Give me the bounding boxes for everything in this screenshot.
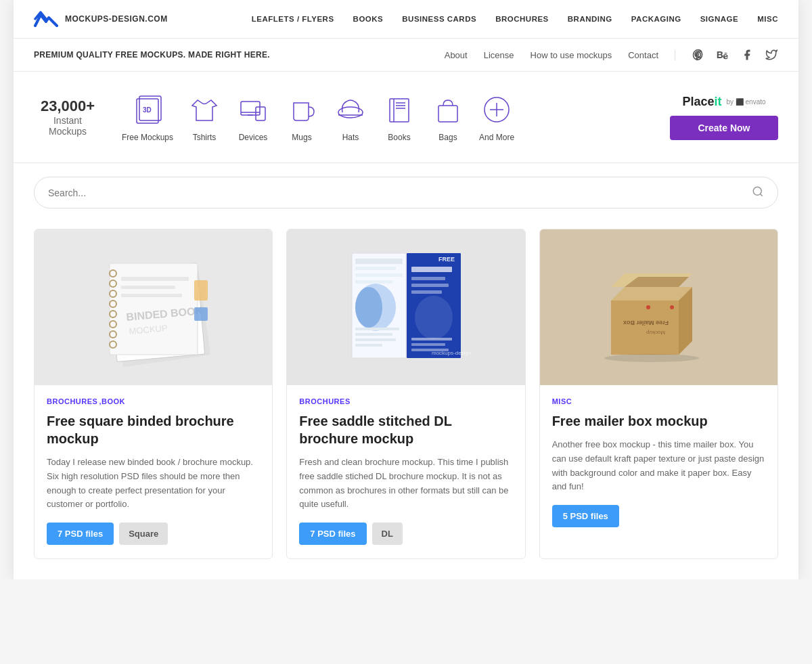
svg-point-67 [670,305,674,309]
logo-area[interactable]: MOCKUPS-DESIGN.COM [34,9,168,28]
svg-text:mockups-design: mockups-design [432,350,471,356]
card-3-desc: Another free box mockup - this time mail… [552,438,765,494]
behance-icon[interactable] [716,48,729,62]
svg-rect-38 [355,259,403,264]
icon-label-books: Books [388,133,410,142]
card-1-tag-1[interactable]: BROCHURES [47,397,97,405]
svg-marker-59 [611,287,692,301]
placeit-box: Placeit by ⬛ envato Create Now [670,95,778,140]
pinterest-icon[interactable] [692,48,705,62]
nav-misc[interactable]: MISC [757,15,778,23]
card-3-title: Free mailer box mockup [552,412,765,430]
svg-rect-30 [121,277,189,281]
svg-text:Free Mailer Box: Free Mailer Box [623,319,669,326]
icon-label-hats: Hats [342,133,359,142]
icon-label-mugs: Mugs [292,133,311,142]
svg-rect-39 [355,267,396,270]
icon-label-bags: Bags [438,133,457,142]
secondary-header: PREMIUM QUALITY FREE MOCKUPS. MADE RIGHT… [14,39,798,72]
icon-devices[interactable]: Devices [235,92,271,142]
mockup-icon-list: 3D Free Mockups Tshirts Devices [122,92,670,142]
icon-label-free-mockups: Free Mockups [122,133,173,142]
main-navigation: LEAFLETS / FLYERS BOOKS BUSINESS CARDS B… [252,15,778,23]
main-header: MOCKUPS-DESIGN.COM LEAFLETS / FLYERS BOO… [14,0,798,39]
icon-books[interactable]: Books [382,92,417,142]
card-2-title: Free saddle stitched DL brochure mockup [299,412,512,447]
brochure-illustration: FREE mockups-design [332,240,480,375]
secondary-navigation: About License How to use mockups Contact [445,50,675,60]
svg-rect-46 [355,338,396,341]
card-2-tag-1[interactable]: BROCHURES [299,397,350,405]
card-1: BINDED BOOK MOCKUP BROCHURES BOOK Free s… [34,229,273,559]
instant-mockups-counter: 23,000+ Instant Mockups [34,97,102,137]
card-1-buttons: 7 PSD files Square [47,523,260,545]
card-3-tags: MISC [552,397,765,405]
icon-tshirts[interactable]: Tshirts [187,92,222,142]
card-1-title: Free square binded brochure mockup [47,412,260,447]
nav-signage[interactable]: SIGNAGE [700,15,739,23]
search-box [34,177,778,208]
card-2-btn-psd[interactable]: 7 PSD files [299,523,366,545]
svg-rect-55 [411,343,445,346]
mockups-label-instant: Instant [34,115,102,126]
card-2-tags: BROCHURES [299,397,512,405]
search-input[interactable] [48,187,752,198]
card-3: Free Mailer Box Mockup MISC Free mailer … [539,229,778,559]
svg-rect-45 [355,333,392,336]
svg-text:Mockup: Mockup [646,330,666,336]
logo-text: MOCKUPS-DESIGN.COM [65,14,168,24]
icon-hats[interactable]: Hats [333,92,368,142]
nav-leaflets[interactable]: LEAFLETS / FLYERS [252,15,334,23]
card-1-tag-2[interactable]: BOOK [103,397,125,405]
card-1-btn-format[interactable]: Square [119,523,168,545]
svg-point-66 [646,305,650,309]
cards-grid: BINDED BOOK MOCKUP BROCHURES BOOK Free s… [14,222,798,579]
nav-branding[interactable]: BRANDING [568,15,612,23]
icon-mugs[interactable]: Mugs [284,92,319,142]
card-1-btn-psd[interactable]: 7 PSD files [47,523,114,545]
icon-bags[interactable]: Bags [430,92,466,142]
about-link[interactable]: About [445,50,468,60]
icon-and-more[interactable]: And More [479,92,514,142]
card-3-buttons: 5 PSD files [552,505,765,527]
banner-section: 23,000+ Instant Mockups 3D Free Mockups … [14,72,798,163]
icon-label-tshirts: Tshirts [193,133,217,142]
svg-rect-51 [411,284,449,287]
svg-point-53 [415,296,453,339]
nav-brochures[interactable]: BROCHURES [495,15,549,23]
social-icons [692,48,778,62]
card-2-btn-format[interactable]: DL [372,523,403,545]
logo-icon [34,9,58,28]
box-illustration: Free Mailer Box Mockup [584,240,733,375]
svg-rect-41 [355,280,392,284]
svg-rect-3 [241,102,260,115]
card-1-tags: BROCHURES BOOK [47,397,260,405]
facebook-icon[interactable] [740,48,754,62]
card-1-image: BINDED BOOK MOCKUP [35,229,272,385]
card-3-tag-1[interactable]: MISC [552,397,572,405]
search-button[interactable] [752,185,764,200]
svg-point-68 [604,354,699,362]
nav-books[interactable]: BOOKS [353,15,384,23]
svg-rect-40 [355,273,403,277]
tagline: PREMIUM QUALITY FREE MOCKUPS. MADE RIGHT… [34,50,270,60]
nav-packaging[interactable]: PACKAGING [631,15,681,23]
card-2-image: FREE mockups-design [287,229,524,385]
svg-rect-49 [411,267,452,272]
svg-rect-47 [355,344,382,347]
card-2-body: BROCHURES Free saddle stitched DL brochu… [287,385,524,558]
card-2: FREE mockups-design BROCHURES Free saddl… [286,229,525,559]
icon-free-mockups[interactable]: 3D Free Mockups [122,92,173,142]
how-to-link[interactable]: How to use mockups [531,50,612,60]
contact-link[interactable]: Contact [628,50,658,60]
card-3-btn-psd[interactable]: 5 PSD files [552,505,619,527]
svg-rect-44 [355,328,399,330]
nav-business-cards[interactable]: BUSINESS CARDS [402,15,476,23]
twitter-icon[interactable] [765,48,778,62]
svg-rect-54 [411,338,452,340]
create-now-button[interactable]: Create Now [670,116,778,140]
mockups-label-mockups: Mockups [34,126,102,137]
license-link[interactable]: License [484,50,514,60]
by-envato-text: by ⬛ envato [726,98,765,106]
card-3-body: MISC Free mailer box mockup Another free… [540,385,777,541]
